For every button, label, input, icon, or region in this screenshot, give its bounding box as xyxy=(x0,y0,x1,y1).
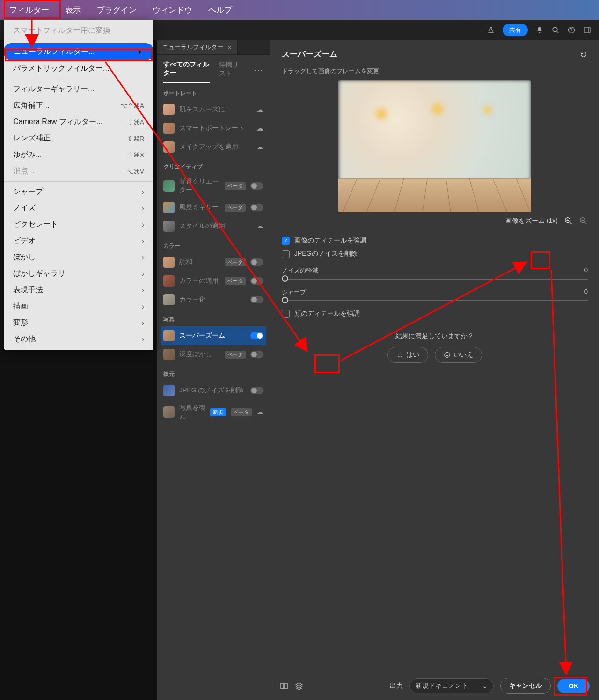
toggle[interactable] xyxy=(250,182,263,190)
tab-waitlist[interactable]: 待機リスト xyxy=(219,61,245,82)
section-photo: 写真 xyxy=(157,309,270,326)
menu-parametric[interactable]: パラメトリックフィルター... xyxy=(4,60,153,77)
menu-help[interactable]: ヘルプ xyxy=(208,5,232,15)
toggle[interactable] xyxy=(250,351,263,358)
ok-button[interactable]: OK xyxy=(557,679,590,693)
section-color: カラー xyxy=(157,236,270,253)
menu-blur[interactable]: ぼかし› xyxy=(4,249,153,265)
svg-line-5 xyxy=(366,178,380,212)
feedback-no-button[interactable]: ☹いいえ xyxy=(435,347,482,363)
menu-wide-angle[interactable]: 広角補正...⌥⇧⌘A xyxy=(4,97,153,114)
menu-blur-gallery[interactable]: ぼかしギャラリー› xyxy=(4,265,153,282)
menu-sharpen[interactable]: シャープ› xyxy=(4,184,153,200)
filter-jpeg-artifact[interactable]: JPEG のノイズを削除 xyxy=(161,381,266,400)
svg-line-4 xyxy=(343,178,357,212)
filter-color-apply[interactable]: カラーの適用ベータ xyxy=(161,272,266,290)
filter-photo-restore[interactable]: 写真を復元新規ベータ☁ xyxy=(161,400,266,424)
menu-filter[interactable]: フィルター xyxy=(9,5,49,15)
toggle[interactable] xyxy=(250,204,263,211)
zoom-out-icon[interactable] xyxy=(579,217,588,225)
slider-sharp-value: 0 xyxy=(584,288,588,296)
toggle[interactable] xyxy=(250,387,263,394)
menu-lens-correction[interactable]: レンズ補正...⇧⌘R xyxy=(4,130,153,147)
filter-landscape-mixer[interactable]: 風景ミキサーベータ xyxy=(161,198,266,217)
menu-convert-smart: スマートフィルター用に変換 xyxy=(4,22,153,39)
layers-icon[interactable] xyxy=(295,682,303,690)
feedback-yes-button[interactable]: ☺はい xyxy=(387,347,428,363)
menu-other[interactable]: その他› xyxy=(4,331,153,347)
checkbox-face-detail[interactable]: 顔のディテールを強調 xyxy=(282,309,588,318)
output-select[interactable]: 新規ドキュメント⌄ xyxy=(409,678,494,693)
feedback-question: 結果に満足していますか？ xyxy=(282,332,588,340)
preview-image[interactable] xyxy=(338,80,531,212)
svg-line-8 xyxy=(446,178,451,212)
cloud-icon: ☁ xyxy=(256,408,263,416)
cloud-icon: ☁ xyxy=(256,105,263,114)
filter-colorize[interactable]: カラー化 xyxy=(161,290,266,309)
filter-style-transfer[interactable]: スタイルの適用☁ xyxy=(161,217,266,236)
svg-point-0 xyxy=(553,27,557,32)
section-creative: クリエイティブ xyxy=(157,156,270,174)
compare-icon[interactable] xyxy=(280,682,288,690)
slider-noise-value: 0 xyxy=(584,266,588,275)
menu-liquify[interactable]: ゆがみ...⇧⌘X xyxy=(4,147,153,163)
menu-plugin[interactable]: プラグイン xyxy=(97,5,137,15)
cloud-icon: ☁ xyxy=(256,143,263,151)
menu-distort[interactable]: 変形› xyxy=(4,315,153,331)
cloud-icon: ☁ xyxy=(256,124,263,133)
reset-icon[interactable] xyxy=(579,50,588,59)
filter-smart-portrait[interactable]: スマートポートレート☁ xyxy=(161,119,266,138)
menu-video[interactable]: ビデオ› xyxy=(4,233,153,249)
help-icon[interactable] xyxy=(567,26,576,34)
menu-vanishing-point: 消点...⌥⌘V xyxy=(4,163,153,179)
menu-pixelate[interactable]: ピクセレート› xyxy=(4,216,153,233)
menu-neural-filters[interactable]: ニューラルフィルター... xyxy=(4,43,153,60)
svg-rect-15 xyxy=(285,683,287,689)
output-label: 出力 xyxy=(390,682,403,690)
zoom-in-icon[interactable] xyxy=(564,217,573,225)
menu-noise[interactable]: ノイズ› xyxy=(4,200,153,216)
checkbox-enhance-detail[interactable]: ✓画像のディテールを強調 xyxy=(282,236,588,245)
svg-line-10 xyxy=(493,178,507,212)
panel-icon[interactable] xyxy=(583,26,592,34)
footer: 出力 新規ドキュメント⌄ キャンセル OK xyxy=(270,671,599,700)
panel-tab[interactable]: ニューラルフィルター× xyxy=(157,40,238,54)
cloud-icon: ☁ xyxy=(256,222,263,230)
filter-bg-creator[interactable]: 背景クリエーターベータ xyxy=(161,174,266,198)
menu-camera-raw[interactable]: Camera Raw フィルター...⇧⌘A xyxy=(4,114,153,130)
search-icon[interactable] xyxy=(551,26,560,34)
svg-line-6 xyxy=(394,178,404,212)
menu-filter-gallery[interactable]: フィルターギャラリー... xyxy=(4,81,153,97)
bell-icon[interactable] xyxy=(535,26,544,34)
toggle[interactable] xyxy=(250,332,263,339)
menu-window[interactable]: ウィンドウ xyxy=(153,5,192,15)
menubar: フィルター 表示 プラグイン ウィンドウ ヘルプ xyxy=(0,0,599,20)
share-button[interactable]: 共有 xyxy=(503,24,528,36)
menu-view[interactable]: 表示 xyxy=(65,5,81,15)
svg-rect-2 xyxy=(584,28,590,32)
toggle[interactable] xyxy=(250,296,263,303)
menu-stylize[interactable]: 表現手法› xyxy=(4,282,153,298)
menu-sketch[interactable]: 描画› xyxy=(4,298,153,315)
more-icon[interactable]: ⋯ xyxy=(254,65,263,79)
panel-title: スーパーズーム xyxy=(282,49,337,59)
frown-icon: ☹ xyxy=(444,351,451,359)
toggle[interactable] xyxy=(250,277,263,285)
slider-sharp[interactable] xyxy=(282,300,588,301)
zoom-label: 画像をズーム (1x) xyxy=(505,217,558,225)
toggle[interactable] xyxy=(250,258,263,266)
slider-noise[interactable] xyxy=(282,279,588,280)
filter-super-zoom[interactable]: スーパーズーム xyxy=(161,326,266,345)
filter-settings-panel: スーパーズーム ドラッグして画像のフレームを変更 画像をズーム (1x) ✓画像… xyxy=(270,40,599,700)
filter-harmony[interactable]: 調和ベータ xyxy=(161,253,266,272)
chevron-down-icon: ⌄ xyxy=(482,682,488,690)
filter-skin-smooth[interactable]: 肌をスムーズに☁ xyxy=(161,100,266,119)
filter-depth-blur[interactable]: 深度ぼかしベータ xyxy=(161,345,266,364)
filter-makeup[interactable]: メイクアップを適用☁ xyxy=(161,138,266,156)
close-icon[interactable]: × xyxy=(228,44,232,51)
tab-all-filters[interactable]: すべてのフィルター xyxy=(163,60,210,83)
cancel-button[interactable]: キャンセル xyxy=(500,678,551,694)
svg-line-7 xyxy=(423,178,427,212)
checkbox-jpeg-remove[interactable]: JPEGのノイズを削除 xyxy=(282,250,588,258)
flask-icon[interactable] xyxy=(487,26,495,34)
